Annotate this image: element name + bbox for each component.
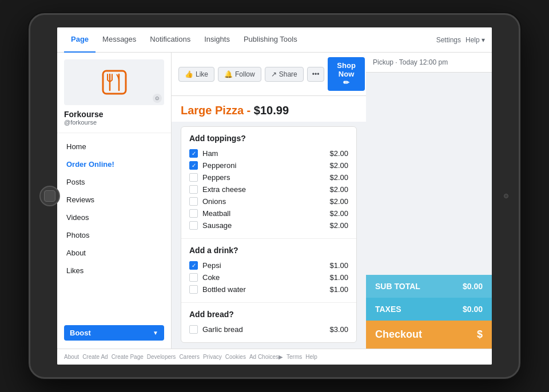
camera bbox=[504, 194, 508, 198]
boost-button[interactable]: Boost ▼ bbox=[64, 325, 164, 341]
taxes-label: TAXES bbox=[375, 305, 401, 314]
share-label: Share bbox=[279, 70, 297, 78]
action-bar: 👍 Like 🔔 Follow ↗ Share ••• Shop Now ✏ bbox=[172, 53, 366, 96]
footer-link-about[interactable]: About bbox=[64, 354, 79, 360]
footer-link-developers[interactable]: Developers bbox=[147, 354, 176, 360]
item-name: Pepsi bbox=[202, 261, 329, 270]
sidebar-nav-menu: HomeOrder Online!PostsReviewsVideosPhoto… bbox=[57, 133, 171, 319]
profile-cover: ⊙ bbox=[64, 59, 164, 105]
footer-link-ad-choices-[interactable]: Ad Choices▶ bbox=[249, 354, 283, 360]
item-price: $2.00 bbox=[329, 185, 348, 194]
like-label: Like bbox=[196, 70, 208, 78]
checkbox[interactable] bbox=[189, 173, 198, 182]
page-footer: About Create Ad Create Page Developers C… bbox=[57, 349, 492, 365]
footer-link-create-page[interactable]: Create Page bbox=[112, 354, 144, 360]
nav-tab-messages[interactable]: Messages bbox=[96, 27, 143, 53]
checkbox[interactable] bbox=[189, 161, 198, 170]
item-name: Bottled water bbox=[202, 285, 329, 294]
list-item: Meatball$2.00 bbox=[189, 207, 348, 219]
sidebar-item-videos[interactable]: Videos bbox=[57, 209, 171, 226]
item-name: Onions bbox=[202, 197, 329, 206]
footer-link-privacy[interactable]: Privacy bbox=[203, 354, 222, 360]
checkout-button[interactable]: Checkout $ bbox=[366, 321, 492, 349]
follow-button[interactable]: 🔔 Follow bbox=[218, 67, 261, 82]
boost-label: Boost bbox=[70, 329, 91, 337]
footer-link-careers[interactable]: Careers bbox=[179, 354, 200, 360]
taxes-row: TAXES $0.00 bbox=[366, 298, 492, 321]
list-item: Peppers$2.00 bbox=[189, 171, 348, 183]
checkbox[interactable] bbox=[189, 261, 198, 270]
footer-link-terms[interactable]: Terms bbox=[287, 354, 302, 360]
more-button[interactable]: ••• bbox=[307, 67, 325, 82]
sidebar-item-home[interactable]: Home bbox=[57, 138, 171, 155]
thumb-icon: 👍 bbox=[185, 70, 193, 78]
item-price: $2.00 bbox=[329, 149, 348, 158]
item-name: Meatball bbox=[202, 209, 329, 218]
pickup-info: Pickup · Today 12:00 pm bbox=[366, 53, 492, 73]
list-item: Pepperoni$2.00 bbox=[189, 159, 348, 171]
item-name: Garlic bread bbox=[202, 325, 329, 334]
footer-link-cookies[interactable]: Cookies bbox=[225, 354, 246, 360]
item-price: $2.00 bbox=[329, 209, 348, 218]
item-name: Coke bbox=[202, 273, 329, 282]
shop-now-button[interactable]: Shop Now ✏ bbox=[328, 57, 365, 91]
checkbox[interactable] bbox=[189, 197, 198, 206]
profile-name: Forkourse bbox=[64, 110, 164, 119]
svg-rect-0 bbox=[103, 71, 126, 94]
nav-tab-publishing-tools[interactable]: Publishing Tools bbox=[237, 27, 304, 53]
checkbox[interactable] bbox=[189, 185, 198, 194]
share-icon: ↗ bbox=[271, 70, 277, 78]
help-link[interactable]: Help ▾ bbox=[466, 36, 485, 44]
item-price: $1.00 bbox=[329, 261, 348, 270]
profile-logo bbox=[100, 68, 129, 97]
drinks-title: Add a drink? bbox=[189, 246, 348, 255]
follow-icon: 🔔 bbox=[224, 70, 233, 78]
sidebar-item-photos[interactable]: Photos bbox=[57, 226, 171, 244]
footer-link-create-ad[interactable]: Create Ad bbox=[82, 354, 108, 360]
item-price: $2.00 bbox=[329, 161, 348, 170]
order-form: Add toppings? Ham$2.00Pepperoni$2.00Pepp… bbox=[181, 126, 357, 343]
nav-tab-insights[interactable]: Insights bbox=[197, 27, 237, 53]
sidebar-item-about[interactable]: About bbox=[57, 244, 171, 262]
drinks-section: Add a drink? Pepsi$1.00Coke$1.00Bottled … bbox=[181, 239, 356, 303]
checkout-dollar-icon: $ bbox=[477, 329, 483, 341]
ipad-shell: PageMessagesNotificationsInsightsPublish… bbox=[29, 13, 520, 379]
item-price: $1.00 bbox=[329, 273, 348, 282]
nav-tab-notifications[interactable]: Notifications bbox=[143, 27, 197, 53]
item-price: $2.00 bbox=[329, 173, 348, 182]
like-button[interactable]: 👍 Like bbox=[178, 67, 214, 82]
checkbox[interactable] bbox=[189, 285, 198, 294]
sidebar-item-likes[interactable]: Likes bbox=[57, 262, 171, 279]
list-item: Onions$2.00 bbox=[189, 195, 348, 207]
home-button[interactable] bbox=[39, 186, 60, 206]
checkbox[interactable] bbox=[189, 273, 198, 282]
product-title: Large Pizza bbox=[181, 104, 244, 117]
sidebar-item-reviews[interactable]: Reviews bbox=[57, 191, 171, 209]
subtotal-value: $0.00 bbox=[463, 282, 483, 291]
sidebar-item-posts[interactable]: Posts bbox=[57, 173, 171, 191]
list-item: Coke$1.00 bbox=[189, 271, 348, 283]
sidebar-item-order-online-[interactable]: Order Online! bbox=[57, 155, 171, 173]
list-item: Bottled water$1.00 bbox=[189, 283, 348, 295]
item-price: $2.00 bbox=[329, 221, 348, 230]
checkbox[interactable] bbox=[189, 325, 198, 334]
profile-camera-icon: ⊙ bbox=[153, 94, 162, 103]
checkbox[interactable] bbox=[189, 209, 198, 218]
nav-tab-page[interactable]: Page bbox=[64, 27, 96, 53]
item-price: $2.00 bbox=[329, 197, 348, 206]
item-price: $1.00 bbox=[329, 285, 348, 294]
item-name: Peppers bbox=[202, 173, 329, 182]
checkout-label: Checkout bbox=[375, 329, 422, 341]
checkbox[interactable] bbox=[189, 149, 198, 158]
checkbox[interactable] bbox=[189, 221, 198, 230]
facebook-nav: PageMessagesNotificationsInsightsPublish… bbox=[57, 27, 492, 53]
subtotal-row: SUB TOTAL $0.00 bbox=[366, 275, 492, 298]
share-button[interactable]: ↗ Share bbox=[265, 67, 304, 82]
settings-link[interactable]: Settings bbox=[436, 36, 461, 44]
footer-link-help[interactable]: Help bbox=[305, 354, 317, 360]
list-item: Ham$2.00 bbox=[189, 147, 348, 159]
product-price: $10.99 bbox=[254, 104, 289, 117]
toppings-section: Add toppings? Ham$2.00Pepperoni$2.00Pepp… bbox=[181, 127, 356, 239]
item-name: Ham bbox=[202, 149, 329, 158]
list-item: Garlic bread$3.00 bbox=[189, 323, 348, 335]
